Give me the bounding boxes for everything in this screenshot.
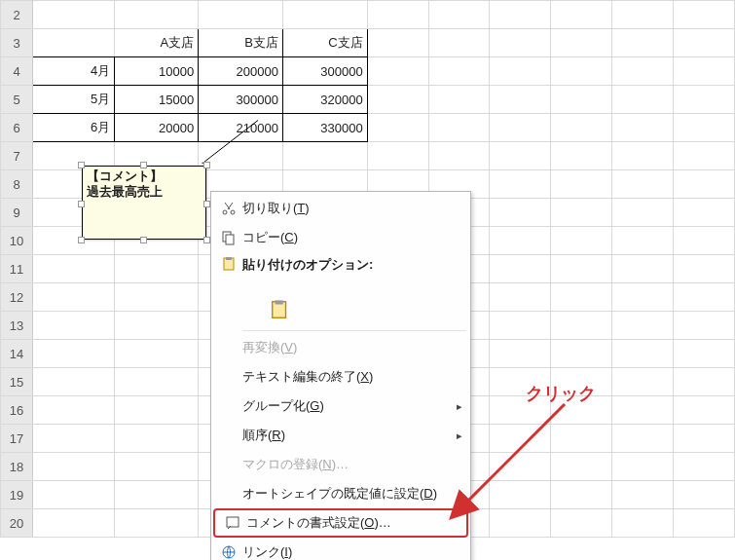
svg-rect-8 xyxy=(276,300,283,304)
svg-point-1 xyxy=(223,210,227,214)
cell[interactable]: 320000 xyxy=(282,86,367,114)
cell[interactable]: 6月 xyxy=(33,114,115,142)
menu-label: 貼り付けのオプション: xyxy=(242,256,462,274)
context-menu: 切り取り(T) コピー(C) 貼り付けのオプション: 再変換(V) テキスト編集… xyxy=(210,191,471,560)
menu-label: 順序(R) xyxy=(242,427,462,444)
selection-handle[interactable] xyxy=(78,237,85,243)
cell[interactable]: C支店 xyxy=(282,29,367,57)
cell[interactable]: 20000 xyxy=(115,114,199,142)
row-header[interactable]: 8 xyxy=(1,170,33,199)
annotation-click-label: クリック xyxy=(526,382,596,405)
menu-cut[interactable]: 切り取り(T) xyxy=(211,194,470,223)
cell[interactable]: A支店 xyxy=(115,29,199,57)
menu-label: マクロの登録(N)… xyxy=(242,456,462,473)
cell[interactable]: 4月 xyxy=(33,57,115,86)
cell[interactable]: 10000 xyxy=(115,57,199,86)
row-header[interactable]: 5 xyxy=(1,86,33,114)
selection-handle[interactable] xyxy=(140,162,147,168)
row-header[interactable]: 20 xyxy=(1,509,33,538)
menu-paste-options: 貼り付けのオプション: xyxy=(211,252,470,293)
svg-rect-4 xyxy=(226,235,234,244)
menu-link[interactable]: リンク(I) xyxy=(211,538,470,560)
menu-reconvert: 再変換(V) xyxy=(211,333,470,362)
comment-title: 【コメント】 xyxy=(87,168,163,183)
row-header[interactable]: 11 xyxy=(1,255,33,283)
svg-rect-9 xyxy=(227,517,239,527)
cell[interactable]: 300000 xyxy=(199,86,283,114)
row-header[interactable]: 16 xyxy=(1,396,33,425)
link-icon xyxy=(215,544,242,560)
menu-label: 再変換(V) xyxy=(242,339,462,356)
menu-label: コメントの書式設定(O)… xyxy=(246,514,459,532)
cell[interactable]: 300000 xyxy=(282,57,367,86)
selection-handle[interactable] xyxy=(203,237,210,243)
row-header[interactable]: 3 xyxy=(1,29,33,57)
menu-label: コピー(C) xyxy=(242,229,462,246)
row-header[interactable]: 18 xyxy=(1,453,33,481)
selection-handle[interactable] xyxy=(78,162,85,168)
menu-order[interactable]: 順序(R) xyxy=(211,421,470,450)
cell[interactable]: 15000 xyxy=(115,86,199,114)
row-header[interactable]: 14 xyxy=(1,340,33,368)
copy-icon xyxy=(215,230,242,245)
comment-box[interactable]: 【コメント】 過去最高売上 xyxy=(82,166,206,240)
menu-label: テキスト編集の終了(X) xyxy=(242,368,462,386)
selection-handle[interactable] xyxy=(78,201,85,207)
menu-group[interactable]: グループ化(G) xyxy=(211,392,470,421)
cell[interactable]: 330000 xyxy=(282,114,367,142)
paste-icon xyxy=(215,256,242,272)
menu-copy[interactable]: コピー(C) xyxy=(211,223,470,252)
comment-body[interactable]: 過去最高売上 xyxy=(87,184,163,199)
paste-options-row xyxy=(211,293,470,328)
menu-exit-text-edit[interactable]: テキスト編集の終了(X) xyxy=(211,362,470,392)
menu-label: オートシェイプの既定値に設定(D) xyxy=(242,485,462,503)
menu-format-comment[interactable]: コメントの書式設定(O)… xyxy=(213,508,468,538)
menu-assign-macro: マクロの登録(N)… xyxy=(211,450,470,479)
row-header[interactable]: 7 xyxy=(1,142,33,170)
svg-point-2 xyxy=(231,210,235,214)
paste-option-icon[interactable] xyxy=(270,299,291,323)
row-header[interactable]: 19 xyxy=(1,481,33,509)
cut-icon xyxy=(215,201,242,216)
row-header[interactable]: 4 xyxy=(1,57,33,86)
row-header[interactable]: 6 xyxy=(1,114,33,142)
cell[interactable]: B支店 xyxy=(199,29,283,57)
format-icon xyxy=(219,515,246,531)
row-header[interactable]: 9 xyxy=(1,199,33,227)
row-header[interactable]: 12 xyxy=(1,283,33,312)
cell[interactable]: 5月 xyxy=(33,86,115,114)
selection-handle[interactable] xyxy=(203,201,210,207)
row-header[interactable]: 10 xyxy=(1,227,33,255)
row-header[interactable]: 15 xyxy=(1,368,33,396)
row-header[interactable]: 2 xyxy=(1,1,33,29)
menu-label: グループ化(G) xyxy=(242,397,462,415)
menu-label: リンク(I) xyxy=(242,543,462,560)
menu-autoshape-default[interactable]: オートシェイプの既定値に設定(D) xyxy=(211,479,470,508)
cell[interactable]: 200000 xyxy=(199,57,283,86)
svg-rect-6 xyxy=(226,257,232,260)
row-header[interactable]: 17 xyxy=(1,425,33,453)
menu-label: 切り取り(T) xyxy=(242,200,462,217)
cell[interactable]: 210000 xyxy=(199,114,283,142)
selection-handle[interactable] xyxy=(140,237,147,243)
selection-handle[interactable] xyxy=(203,162,210,168)
row-header[interactable]: 13 xyxy=(1,312,33,340)
